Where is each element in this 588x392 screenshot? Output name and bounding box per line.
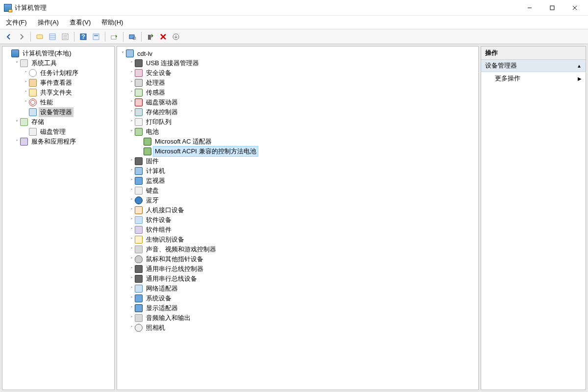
collapse-icon: ▲: [577, 63, 582, 69]
properties-button[interactable]: [90, 31, 102, 43]
menu-help[interactable]: 帮助(H): [99, 17, 125, 28]
device-tree-panel: ˅cdt-lv ˃USB 连接器管理器 ˃安全设备 ˃处理器 ˃传感器 ˃磁盘驱…: [117, 46, 479, 390]
tree-root[interactable]: ▾计算机管理(本地): [4, 49, 114, 58]
uninstall-device-button[interactable]: [157, 31, 169, 43]
cat-storage-controllers[interactable]: ˃存储控制器: [128, 107, 478, 117]
svg-text:?: ?: [81, 33, 85, 40]
cat-software-devices[interactable]: ˃软件设备: [128, 215, 478, 225]
cat-computer[interactable]: ˃计算机: [128, 166, 478, 176]
host-node[interactable]: ˅cdt-lv: [119, 49, 478, 58]
update-driver-button[interactable]: [108, 31, 120, 43]
separator: [30, 32, 31, 42]
tree-task-scheduler[interactable]: ˃任务计划程序: [22, 68, 114, 78]
cat-usb-devices[interactable]: ˃通用串行总线设备: [128, 274, 478, 284]
menu-action[interactable]: 操作(A): [36, 17, 61, 28]
console-tree[interactable]: ▾计算机管理(本地) ˅系统工具 ˃任务计划程序 ˃事件查看器 ˃共享文件夹 ˃…: [2, 47, 114, 148]
cat-software-components[interactable]: ˃软件组件: [128, 225, 478, 235]
actions-section-title: 设备管理器: [485, 61, 517, 70]
forward-button[interactable]: [16, 31, 27, 43]
cat-sensor[interactable]: ˃传感器: [128, 88, 478, 98]
tree-services-apps[interactable]: ˃服务和应用程序: [13, 137, 114, 147]
more-actions-label: 更多操作: [495, 74, 520, 83]
show-hidden-devices-button[interactable]: [170, 31, 182, 43]
menu-file[interactable]: 文件(F): [4, 17, 29, 28]
tree-performance[interactable]: ˃性能: [22, 98, 114, 107]
tree-event-viewer[interactable]: ˃事件查看器: [22, 78, 114, 88]
app-icon: [4, 4, 12, 12]
actions-header: 操作: [481, 47, 586, 60]
cat-usb-controllers[interactable]: ˃通用串行总线控制器: [128, 264, 478, 274]
cat-usb-connector[interactable]: ˃USB 连接器管理器: [128, 58, 478, 68]
cat-mouse[interactable]: ˃鼠标和其他指针设备: [128, 254, 478, 264]
cat-print-queues[interactable]: ˃打印队列: [128, 117, 478, 127]
menu-bar: 文件(F) 操作(A) 查看(V) 帮助(H): [0, 16, 588, 29]
svg-rect-19: [148, 35, 151, 40]
svg-rect-5: [49, 34, 55, 40]
cat-security-devices[interactable]: ˃安全设备: [128, 68, 478, 78]
cat-keyboard[interactable]: ˃键盘: [128, 186, 478, 196]
maximize-button[interactable]: [541, 0, 564, 16]
enable-device-button[interactable]: [145, 31, 156, 43]
separator: [74, 32, 74, 42]
cat-audio-io[interactable]: ˃音频输入和输出: [128, 313, 478, 323]
cat-firmware[interactable]: ˃固件: [128, 156, 478, 166]
workspace: ▾计算机管理(本地) ˅系统工具 ˃任务计划程序 ˃事件查看器 ˃共享文件夹 ˃…: [0, 44, 588, 392]
console-tree-panel: ▾计算机管理(本地) ˅系统工具 ˃任务计划程序 ˃事件查看器 ˃共享文件夹 ˃…: [2, 46, 115, 390]
cat-processor[interactable]: ˃处理器: [128, 78, 478, 88]
actions-pane: 操作 设备管理器 ▲ 更多操作 ▶: [481, 46, 586, 390]
more-actions-item[interactable]: 更多操作 ▶: [481, 72, 586, 85]
submenu-icon: ▶: [578, 76, 582, 81]
cat-disk-drives[interactable]: ˃磁盘驱动器: [128, 98, 478, 107]
svg-rect-15: [94, 35, 98, 36]
cat-system-devices[interactable]: ˃系统设备: [128, 294, 478, 303]
cat-hid[interactable]: ˃人机接口设备: [128, 205, 478, 215]
show-hide-tree-button[interactable]: [34, 31, 46, 43]
tree-storage[interactable]: ˅存储: [13, 117, 114, 127]
view-list-button[interactable]: [47, 31, 58, 43]
separator: [141, 32, 142, 42]
svg-rect-4: [37, 35, 43, 39]
svg-rect-16: [111, 36, 116, 39]
view-detail-button[interactable]: [59, 31, 71, 43]
cat-monitor[interactable]: ˃监视器: [128, 176, 478, 186]
cat-audio-video-game[interactable]: ˃声音、视频和游戏控制器: [128, 245, 478, 254]
back-button[interactable]: [3, 31, 15, 43]
tree-shared-folders[interactable]: ˃共享文件夹: [22, 88, 114, 98]
separator: [123, 32, 123, 42]
tree-disk-management[interactable]: ˃磁盘管理: [22, 127, 114, 137]
cat-battery[interactable]: ˅电池: [128, 127, 478, 137]
toolbar: ?: [0, 29, 588, 44]
help-button[interactable]: ?: [77, 31, 89, 43]
svg-rect-1: [550, 6, 554, 10]
cat-display-adapters[interactable]: ˃显示适配器: [128, 303, 478, 313]
dev-ac-adapter[interactable]: ˃Microsoft AC 适配器: [137, 137, 478, 147]
tree-device-manager[interactable]: ˃设备管理器: [22, 107, 114, 117]
minimize-button[interactable]: [518, 0, 541, 16]
device-tree[interactable]: ˅cdt-lv ˃USB 连接器管理器 ˃安全设备 ˃处理器 ˃传感器 ˃磁盘驱…: [117, 47, 478, 335]
svg-rect-14: [93, 34, 99, 40]
cat-biometric[interactable]: ˃生物识别设备: [128, 235, 478, 245]
menu-view[interactable]: 查看(V): [68, 17, 93, 28]
tree-system-tools[interactable]: ˅系统工具: [13, 58, 114, 68]
window-title: 计算机管理: [15, 3, 47, 12]
actions-section[interactable]: 设备管理器 ▲: [481, 60, 586, 72]
close-button[interactable]: [564, 0, 586, 16]
dev-acpi-battery[interactable]: ˃Microsoft ACPI 兼容的控制方法电池: [137, 147, 478, 156]
separator: [105, 32, 105, 42]
cat-bluetooth[interactable]: ˃蓝牙: [128, 196, 478, 205]
title-bar: 计算机管理: [0, 0, 588, 16]
cat-network-adapters[interactable]: ˃网络适配器: [128, 284, 478, 294]
cat-camera[interactable]: ˃照相机: [128, 323, 478, 333]
scan-hardware-button[interactable]: [126, 31, 138, 43]
